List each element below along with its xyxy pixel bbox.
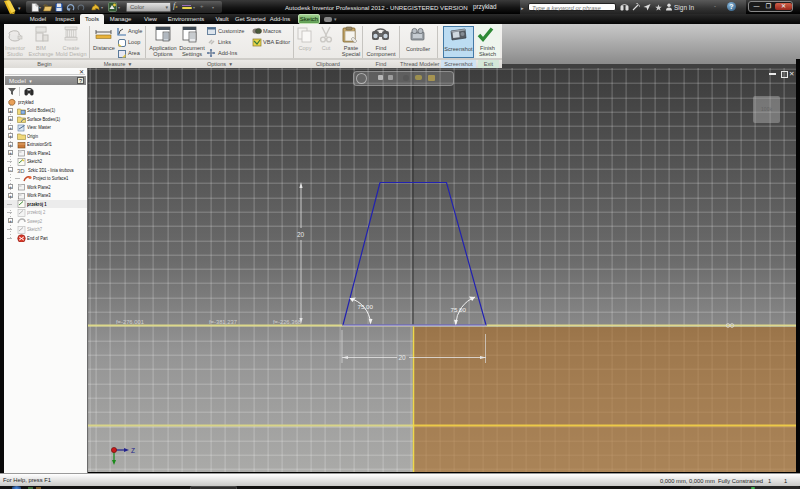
svg-text:20: 20 — [297, 231, 305, 238]
svg-text:f=-381,237: f=-381,237 — [209, 319, 237, 325]
svg-text:75,00: 75,00 — [358, 303, 374, 310]
svg-text:75,00: 75,00 — [451, 306, 467, 313]
svg-text:Z: Z — [131, 447, 135, 454]
svg-text:20: 20 — [399, 354, 407, 361]
svg-text:f=-276,001: f=-276,001 — [116, 319, 144, 325]
svg-text:f=-226,368: f=-226,368 — [273, 319, 301, 325]
